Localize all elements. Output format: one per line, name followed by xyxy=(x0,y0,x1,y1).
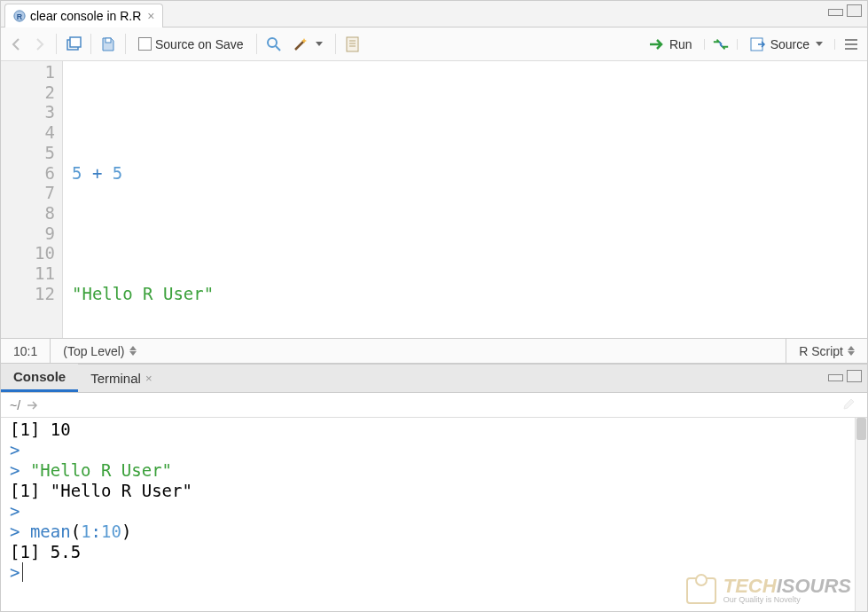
back-icon[interactable] xyxy=(8,35,26,53)
source-on-save-label: Source on Save xyxy=(155,37,244,51)
scope-selector[interactable]: (Top Level) xyxy=(51,344,786,358)
console-line: > mean(1:10) xyxy=(10,522,858,542)
line-number: 3 xyxy=(1,102,55,122)
line-number: 8 xyxy=(1,203,55,224)
run-label: Run xyxy=(669,37,692,51)
chevron-up-icon xyxy=(848,346,855,350)
show-in-new-window-icon[interactable] xyxy=(65,35,82,53)
svg-text:R: R xyxy=(17,12,23,20)
editor-toolbar: Source on Save Run xyxy=(1,27,867,61)
console-scrollbar[interactable] xyxy=(855,418,867,611)
console-tab-bar: Console Terminal × xyxy=(1,365,867,393)
minimize-pane-icon[interactable] xyxy=(828,9,843,16)
code-content[interactable]: 5 + 5 "Hello R User" mean(1:10) cat("\01… xyxy=(63,61,867,338)
tab-console[interactable]: Console xyxy=(1,364,78,392)
rerun-icon[interactable] xyxy=(712,35,730,53)
run-arrow-icon xyxy=(648,35,666,53)
wand-icon xyxy=(292,35,309,53)
cursor-position: 10:1 xyxy=(1,339,51,363)
pane-window-controls xyxy=(828,372,862,382)
line-number: 7 xyxy=(1,183,55,203)
line-gutter: 1 2 3 4 5 6 7 8 9 10 11 12 xyxy=(1,61,63,338)
chevron-down-icon xyxy=(316,42,323,46)
console-output[interactable]: [1] 10 > > "Hello R User" [1] "Hello R U… xyxy=(1,418,867,611)
line-number: 2 xyxy=(1,82,55,103)
tab-terminal[interactable]: Terminal × xyxy=(78,364,164,392)
chevron-down-icon xyxy=(816,42,823,46)
pane-window-controls xyxy=(828,6,862,17)
tab-terminal-label: Terminal xyxy=(90,371,141,386)
outline-icon[interactable] xyxy=(842,35,860,53)
save-icon[interactable] xyxy=(99,35,117,53)
line-number: 1 xyxy=(1,62,55,82)
chevron-up-icon xyxy=(129,346,137,350)
svg-line-6 xyxy=(276,46,280,51)
console-pane: Console Terminal × ~/ [1] 10 > > "Hello … xyxy=(1,365,867,611)
source-icon xyxy=(749,35,767,53)
line-number: 6 xyxy=(1,163,55,184)
console-line: > xyxy=(10,501,858,522)
code-line: "Hello R User" xyxy=(72,284,867,304)
code-tools-button[interactable] xyxy=(287,33,327,56)
r-file-icon: R xyxy=(13,10,26,22)
forward-icon[interactable] xyxy=(30,35,48,53)
line-number: 12 xyxy=(1,284,55,304)
svg-rect-4 xyxy=(106,38,111,43)
line-number: 11 xyxy=(1,263,55,284)
find-icon[interactable] xyxy=(265,35,283,53)
source-button[interactable]: Source xyxy=(745,33,827,56)
svg-point-5 xyxy=(268,38,277,47)
minimize-pane-icon[interactable] xyxy=(828,374,843,381)
svg-line-7 xyxy=(295,41,304,50)
console-line: [1] 10 xyxy=(10,420,858,440)
svg-rect-8 xyxy=(347,37,358,51)
console-line: > "Hello R User" xyxy=(10,460,858,481)
close-tab-icon[interactable]: × xyxy=(145,372,152,385)
editor-tab-bar: R clear console in R.R × xyxy=(1,1,867,27)
line-number: 4 xyxy=(1,122,55,143)
code-line xyxy=(72,224,867,244)
console-path-bar: ~/ xyxy=(1,393,867,418)
go-to-directory-icon[interactable] xyxy=(26,400,40,411)
close-tab-icon[interactable]: × xyxy=(147,9,154,23)
line-number: 5 xyxy=(1,143,55,163)
file-tab[interactable]: R clear console in R.R × xyxy=(4,4,163,27)
file-tab-title: clear console in R.R xyxy=(30,9,141,23)
console-line: > xyxy=(10,562,858,583)
chevron-down-icon xyxy=(848,351,855,356)
run-button[interactable]: Run xyxy=(644,33,697,56)
svg-rect-3 xyxy=(70,37,81,47)
console-line: [1] 5.5 xyxy=(10,542,858,562)
checkbox-icon xyxy=(138,37,152,51)
language-label: R Script xyxy=(799,344,843,358)
clear-console-icon[interactable] xyxy=(841,397,856,413)
scrollbar-thumb[interactable] xyxy=(856,418,866,440)
code-line xyxy=(72,102,867,122)
line-number: 10 xyxy=(1,243,55,263)
code-line: 5 + 5 xyxy=(72,163,867,184)
editor-status-bar: 10:1 (Top Level) R Script xyxy=(1,338,867,363)
source-on-save-checkbox[interactable]: Source on Save xyxy=(134,35,248,54)
console-line: [1] "Hello R User" xyxy=(10,481,858,501)
source-label: Source xyxy=(770,37,809,51)
compile-report-icon[interactable] xyxy=(344,35,362,53)
maximize-pane-icon[interactable] xyxy=(847,370,862,382)
console-line: > xyxy=(10,440,858,460)
line-number: 9 xyxy=(1,224,55,244)
code-editor[interactable]: 1 2 3 4 5 6 7 8 9 10 11 12 5 + 5 "Hello … xyxy=(1,61,867,338)
language-selector[interactable]: R Script xyxy=(786,339,867,363)
watermark-sub: Our Quality is Novelty xyxy=(723,596,851,604)
editor-pane: R clear console in R.R × Source on Save xyxy=(1,1,867,365)
chevron-down-icon xyxy=(129,351,137,356)
maximize-pane-icon[interactable] xyxy=(847,4,862,17)
tab-console-label: Console xyxy=(13,369,66,384)
working-directory: ~/ xyxy=(10,398,20,412)
scope-label: (Top Level) xyxy=(63,344,124,358)
